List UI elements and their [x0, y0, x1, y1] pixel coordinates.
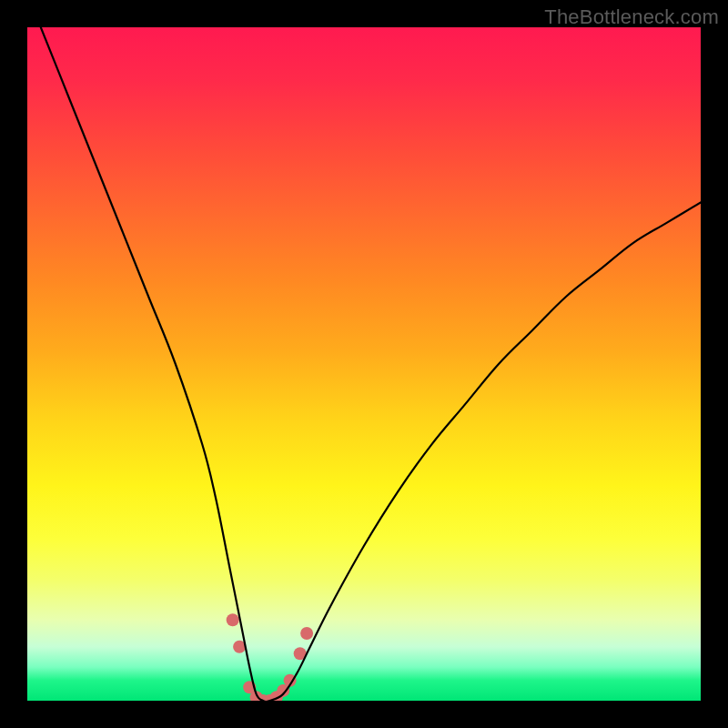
highlight-dot [227, 613, 239, 626]
chart-svg [27, 27, 701, 701]
chart-frame: TheBottleneck.com [0, 0, 728, 728]
marker-layer [227, 613, 313, 701]
highlight-dot [300, 627, 313, 640]
plot-area [27, 27, 701, 701]
bottleneck-curve [41, 27, 701, 701]
watermark-text: TheBottleneck.com [544, 5, 719, 29]
